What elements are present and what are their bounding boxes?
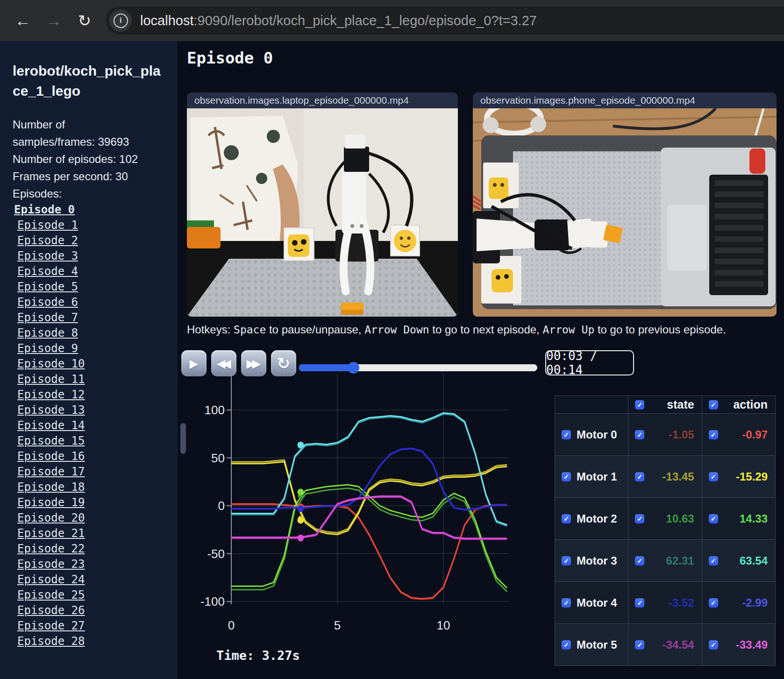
motor-0-checkbox[interactable]: ✓ (562, 430, 571, 439)
episode-link-25[interactable]: Episode 25 (13, 587, 168, 603)
motor-label: Motor 3 (577, 554, 617, 567)
episode-link-17[interactable]: Episode 17 (13, 464, 168, 480)
episode-link-7[interactable]: Episode 7 (13, 310, 168, 325)
motor-2-action-checkbox[interactable]: ✓ (709, 514, 718, 523)
episode-link-0[interactable]: Episode 0 (13, 202, 168, 218)
episode-link-1[interactable]: Episode 1 (13, 218, 168, 233)
episode-link-5[interactable]: Episode 5 (13, 279, 168, 295)
browser-forward-icon[interactable]: → (44, 12, 64, 30)
play-icon: ▶ (189, 357, 198, 370)
motor-1-checkbox[interactable]: ✓ (562, 472, 571, 481)
hotkey-key: Arrow Up (542, 324, 594, 336)
browser-back-icon[interactable]: ← (13, 12, 33, 30)
motor-chart: 100500-50-1000510 (185, 370, 512, 662)
state-column-header: state (667, 398, 694, 411)
svg-text:50: 50 (211, 451, 225, 465)
motor-5-checkbox[interactable]: ✓ (562, 640, 571, 650)
episode-link-26[interactable]: Episode 26 (13, 603, 168, 618)
url-text[interactable]: localhost:9090/lerobot/koch_pick_place_1… (140, 13, 537, 28)
episode-link-10[interactable]: Episode 10 (13, 356, 168, 372)
episode-link-11[interactable]: Episode 11 (13, 372, 168, 387)
motor-5-state-checkbox[interactable]: ✓ (635, 640, 644, 650)
motor-4-checkbox[interactable]: ✓ (562, 598, 571, 608)
episodes-count: Number of episodes: 102 (13, 150, 144, 168)
motor-4-state-checkbox[interactable]: ✓ (635, 598, 644, 608)
episode-link-19[interactable]: Episode 19 (13, 495, 168, 510)
video-frame-laptop (187, 108, 458, 317)
video-title-phone: observation.images.phone_episode_000000.… (473, 92, 777, 108)
svg-text:0: 0 (228, 618, 235, 632)
episode-link-3[interactable]: Episode 3 (13, 248, 168, 264)
motor-3-checkbox[interactable]: ✓ (562, 556, 571, 566)
motor-3-action-checkbox[interactable]: ✓ (709, 556, 718, 566)
main-panel: Episode 0 observation.images.laptop_epis… (178, 41, 784, 679)
motor-4-state-value: -3.52 (669, 596, 694, 609)
episode-link-18[interactable]: Episode 18 (13, 480, 168, 495)
episode-link-13[interactable]: Episode 13 (13, 403, 168, 418)
time-display: 00:03 / 00:14 (545, 350, 634, 375)
motor-4-action-value: -2.99 (742, 596, 768, 609)
hotkey-text: to go to next episode, (429, 323, 543, 336)
motor-1-action-value: -15.29 (736, 470, 768, 483)
hotkey-text: to pause/unpause, (266, 323, 364, 336)
fps-info: Frames per second: 30 (13, 168, 144, 185)
motor-row-2: ✓Motor 2✓10.63✓14.33 (555, 498, 776, 540)
video-card-phone: observation.images.phone_episode_000000.… (473, 92, 777, 317)
motor-0-action-checkbox[interactable]: ✓ (709, 430, 718, 439)
site-info-icon[interactable]: i (109, 9, 132, 32)
episode-link-2[interactable]: Episode 2 (13, 233, 168, 248)
browser-reload-icon[interactable]: ↻ (75, 11, 94, 30)
motor-4-action-checkbox[interactable]: ✓ (709, 598, 718, 608)
svg-text:-100: -100 (200, 594, 225, 608)
episode-link-8[interactable]: Episode 8 (13, 325, 168, 341)
episode-link-15[interactable]: Episode 15 (13, 433, 168, 449)
hotkeys-help: Hotkeys: Space to pause/unpause, Arrow D… (187, 323, 726, 336)
motor-5-action-checkbox[interactable]: ✓ (709, 640, 718, 650)
motor-1-action-checkbox[interactable]: ✓ (709, 472, 718, 481)
dataset-title: lerobot/koch_pick_place_1_lego (13, 61, 162, 101)
episode-link-4[interactable]: Episode 4 (13, 264, 168, 279)
state-column-checkbox[interactable]: ✓ (635, 400, 644, 410)
robot-scene-front-view (187, 108, 458, 317)
motor-1-state-checkbox[interactable]: ✓ (635, 472, 644, 481)
motor-2-state-checkbox[interactable]: ✓ (635, 514, 644, 523)
motor-row-5: ✓Motor 5✓-34.54✓-33.49 (555, 624, 776, 666)
episode-link-21[interactable]: Episode 21 (13, 526, 168, 541)
episode-link-12[interactable]: Episode 12 (13, 387, 168, 403)
scrollbar-thumb[interactable] (180, 423, 186, 454)
chart-time-label: Time: 3.27s (216, 648, 300, 663)
motor-row-1: ✓Motor 1✓-13.45✓-15.29 (555, 456, 776, 498)
motor-2-checkbox[interactable]: ✓ (562, 514, 571, 523)
dataset-info: Number of samples/frames: 39693 Number o… (13, 116, 144, 202)
motor-2-action-value: 14.33 (740, 512, 768, 525)
motor-row-3: ✓Motor 3✓62.31✓63.54 (555, 540, 776, 582)
hotkey-text: to go to previous episode. (594, 323, 726, 336)
episode-link-9[interactable]: Episode 9 (13, 341, 168, 356)
browser-toolbar: ← → ↻ i localhost:9090/lerobot/koch_pick… (0, 0, 784, 41)
url-path: :9090/lerobot/koch_pick_place_1_lego/epi… (193, 13, 536, 28)
episode-link-23[interactable]: Episode 23 (13, 557, 168, 572)
episode-link-27[interactable]: Episode 27 (13, 618, 168, 634)
episode-link-20[interactable]: Episode 20 (13, 510, 168, 526)
video-card-laptop: observation.images.laptop_episode_000000… (187, 92, 458, 317)
motor-1-state-value: -13.45 (663, 470, 694, 483)
motor-label: Motor 1 (577, 470, 617, 483)
motor-3-state-value: 62.31 (666, 554, 694, 567)
episode-link-24[interactable]: Episode 24 (13, 572, 168, 587)
motor-0-action-value: -0.97 (742, 428, 768, 441)
episode-link-14[interactable]: Episode 14 (13, 418, 168, 433)
episode-link-28[interactable]: Episode 28 (13, 634, 168, 649)
episode-link-16[interactable]: Episode 16 (13, 449, 168, 464)
browser-address-bar[interactable]: i localhost:9090/lerobot/koch_pick_place… (106, 7, 784, 35)
action-column-checkbox[interactable]: ✓ (709, 400, 718, 410)
motor-2-state-value: 10.63 (666, 512, 694, 525)
motor-3-state-checkbox[interactable]: ✓ (635, 556, 644, 566)
fast-forward-icon: ▶▶ (246, 357, 257, 370)
url-host: localhost (140, 13, 193, 28)
robot-scene-top-view (473, 108, 777, 317)
motor-label: Motor 5 (577, 638, 617, 651)
episode-link-22[interactable]: Episode 22 (13, 541, 168, 557)
page-title: Episode 0 (187, 49, 273, 67)
motor-0-state-checkbox[interactable]: ✓ (635, 430, 644, 439)
episode-link-6[interactable]: Episode 6 (13, 295, 168, 310)
